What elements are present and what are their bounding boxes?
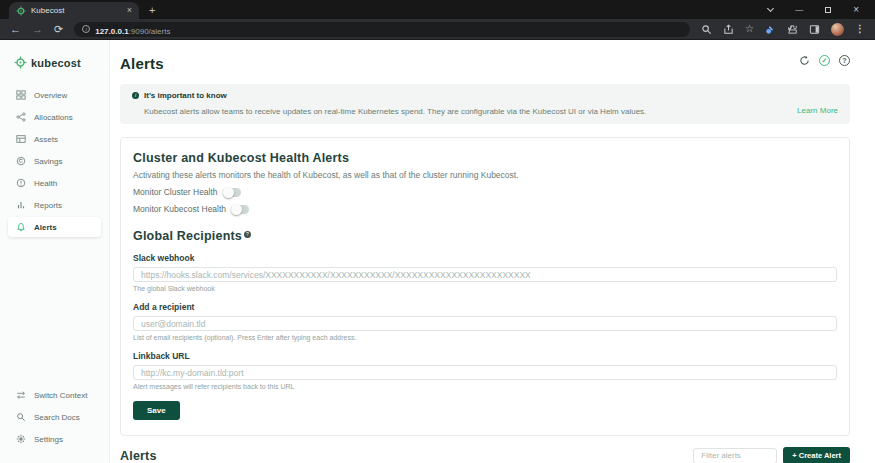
url-path: :9090/alerts: [129, 27, 171, 36]
sidebar-item-assets[interactable]: Assets: [8, 129, 101, 149]
gear-icon: [16, 434, 26, 444]
browser-tab-strip: Kubecost × + — ×: [0, 0, 875, 19]
bell-icon: [16, 222, 26, 232]
sidebar-item-label: Savings: [34, 157, 62, 166]
monitor-cluster-health-toggle[interactable]: [223, 188, 241, 197]
table-icon: [16, 134, 26, 144]
minimize-button[interactable]: —: [795, 5, 803, 14]
reload-button[interactable]: ⟳: [54, 24, 63, 35]
url-host: 127.0.0.1: [95, 27, 128, 36]
sidebar-item-label: Assets: [34, 135, 58, 144]
alerts-list-title: Alerts: [120, 449, 157, 463]
extension-key-icon[interactable]: [765, 24, 776, 35]
zoom-icon[interactable]: [701, 24, 712, 35]
profile-avatar[interactable]: [831, 23, 844, 36]
sidebar-item-label: Settings: [34, 435, 63, 444]
sidebar-item-alerts[interactable]: Alerts: [8, 217, 101, 237]
sidebar-item-savings[interactable]: Savings: [8, 151, 101, 171]
kubecost-favicon-icon: [16, 6, 26, 16]
recipients-info-icon[interactable]: ?: [244, 231, 251, 238]
sidebar-item-label: Search Docs: [34, 413, 80, 422]
search-icon: [16, 412, 26, 422]
window-controls: — ×: [768, 4, 875, 15]
site-info-icon[interactable]: i: [82, 25, 90, 33]
learn-more-link[interactable]: Learn More: [797, 106, 838, 115]
bookmark-star-icon[interactable]: ☆: [745, 24, 754, 34]
share-icon[interactable]: [723, 24, 734, 35]
banner-title: It's important to know: [144, 91, 227, 100]
slack-webhook-input[interactable]: [133, 267, 837, 282]
monitor-kubecost-health-toggle[interactable]: [231, 205, 249, 214]
refresh-icon[interactable]: [799, 55, 810, 66]
linkback-url-input[interactable]: [133, 365, 837, 380]
kubecost-logo-icon: [14, 56, 27, 69]
bar-chart-icon: [16, 200, 26, 210]
filter-alerts-input[interactable]: [693, 448, 777, 463]
sidebar-item-switch-context[interactable]: Switch Context: [8, 385, 101, 405]
grid-icon: [16, 90, 26, 100]
save-button[interactable]: Save: [133, 401, 180, 420]
forward-button[interactable]: →: [32, 24, 43, 35]
settings-card: Cluster and Kubecost Health Alerts Activ…: [120, 137, 850, 436]
coin-icon: [16, 156, 26, 166]
add-recipient-label: Add a recipient: [133, 302, 837, 312]
nodes-icon: [16, 112, 26, 122]
monitor-cluster-health-row: Monitor Cluster Health: [133, 187, 837, 197]
sidebar-item-label: Overview: [34, 91, 67, 100]
status-check-icon[interactable]: ✓: [819, 55, 830, 66]
help-icon[interactable]: ?: [839, 55, 850, 66]
health-alerts-title: Cluster and Kubecost Health Alerts: [133, 151, 837, 165]
sidebar-item-label: Health: [34, 179, 57, 188]
slack-webhook-help: The global Slack webhook: [133, 285, 837, 292]
monitor-kubecost-health-row: Monitor Kubecost Health: [133, 204, 837, 214]
health-alert-icon: [16, 178, 26, 188]
toggle-label: Monitor Cluster Health: [133, 187, 218, 197]
toolbar-icons: ☆ ⋮: [701, 23, 865, 36]
sidebar-item-health[interactable]: Health: [8, 173, 101, 193]
maximize-button[interactable]: [825, 7, 831, 13]
sidebar: kubecost Overview Allo: [0, 40, 110, 463]
banner-info-icon: i: [132, 92, 139, 99]
sidebar-item-overview[interactable]: Overview: [8, 85, 101, 105]
back-button[interactable]: ←: [10, 24, 21, 35]
tab-title: Kubecost: [31, 6, 122, 15]
kubecost-logo[interactable]: kubecost: [14, 56, 101, 69]
sidebar-item-reports[interactable]: Reports: [8, 195, 101, 215]
sidebar-item-label: Alerts: [34, 223, 57, 232]
health-alerts-subtitle: Activating these alerts monitors the hea…: [133, 170, 837, 180]
browser-menu-icon[interactable]: ⋮: [855, 24, 865, 34]
sidebar-item-label: Switch Context: [34, 391, 87, 400]
sidebar-item-allocations[interactable]: Allocations: [8, 107, 101, 127]
create-alert-button[interactable]: + Create Alert: [783, 447, 850, 463]
browser-tab[interactable]: Kubecost ×: [9, 2, 139, 19]
sidebar-item-search-docs[interactable]: Search Docs: [8, 407, 101, 427]
main-header: Alerts ✓ ?: [120, 55, 850, 72]
close-window-button[interactable]: ×: [853, 4, 859, 15]
tab-search-chevron-icon[interactable]: [767, 5, 774, 12]
switch-arrows-icon: [16, 390, 26, 400]
add-recipient-input[interactable]: [133, 316, 837, 331]
sidebar-item-label: Reports: [34, 201, 62, 210]
alerts-list-header: Alerts + Create Alert: [120, 447, 850, 463]
extensions-puzzle-icon[interactable]: [787, 24, 798, 35]
global-recipients-title: Global Recipients: [133, 229, 242, 243]
info-banner: i It's important to know Kubecost alerts…: [120, 84, 850, 124]
sidebar-footer: Switch Context Search Docs: [8, 385, 101, 451]
url-bar[interactable]: i 127.0.0.1:9090/alerts: [74, 22, 690, 37]
sidebar-item-label: Allocations: [34, 113, 73, 122]
toggle-label: Monitor Kubecost Health: [133, 204, 226, 214]
slack-webhook-label: Slack webhook: [133, 253, 837, 263]
new-tab-button[interactable]: +: [149, 4, 155, 16]
tab-close-icon[interactable]: ×: [127, 6, 132, 15]
add-recipient-help: List of email recipients (optional). Pre…: [133, 334, 837, 341]
linkback-url-help: Alert messages will refer recipients bac…: [133, 383, 837, 390]
banner-body: Kubecost alerts allow teams to receive u…: [144, 107, 838, 116]
page-title: Alerts: [120, 55, 164, 72]
linkback-url-label: Linkback URL: [133, 351, 837, 361]
browser-toolbar: ← → ⟳ i 127.0.0.1:9090/alerts ☆: [0, 19, 875, 40]
screen: Kubecost × + — × ← → ⟳ i 127.0.0.1:9090/…: [0, 0, 875, 463]
sidebar-item-settings[interactable]: Settings: [8, 429, 101, 449]
side-panel-icon[interactable]: [809, 24, 820, 35]
main-content: Alerts ✓ ? i It's important to know Kube…: [110, 40, 875, 463]
kubecost-logo-text: kubecost: [31, 57, 81, 69]
